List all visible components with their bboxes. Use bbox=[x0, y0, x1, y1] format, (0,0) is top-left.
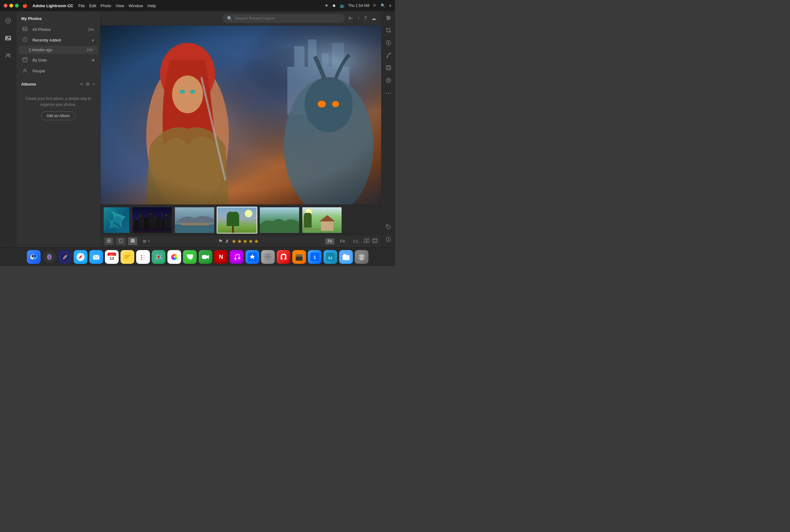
flag-button[interactable]: ⚑ bbox=[218, 238, 223, 244]
brush-icon[interactable] bbox=[385, 53, 391, 59]
tag-icon[interactable] bbox=[385, 224, 391, 231]
help-icon[interactable]: ? bbox=[364, 16, 367, 21]
frame-icon[interactable] bbox=[385, 65, 391, 72]
filmstrip-thumb-5[interactable] bbox=[259, 207, 300, 233]
search-input[interactable] bbox=[235, 16, 340, 21]
filter-icon[interactable]: ⊫ bbox=[349, 15, 353, 21]
ratio-button[interactable]: 1:1 bbox=[350, 238, 361, 245]
reject-button[interactable]: ✗ bbox=[225, 239, 229, 244]
more-icon[interactable] bbox=[385, 90, 391, 96]
adjustments-icon[interactable] bbox=[385, 15, 391, 22]
menu-help[interactable]: Help bbox=[147, 3, 156, 8]
menu-photo[interactable]: Photo bbox=[100, 3, 111, 8]
star-rating[interactable]: ★★★★★ bbox=[231, 238, 260, 245]
sidebar-item-people[interactable]: People bbox=[18, 65, 99, 76]
slideshow-icon[interactable] bbox=[373, 239, 377, 244]
dock-files-app[interactable] bbox=[339, 250, 353, 264]
dock-launchpad[interactable]: 🚀 bbox=[58, 250, 72, 264]
control-center-icon[interactable]: ≡ bbox=[389, 3, 391, 8]
dock-news[interactable]: N bbox=[214, 250, 228, 264]
menu-file[interactable]: File bbox=[78, 3, 85, 8]
info-icon[interactable] bbox=[385, 237, 391, 244]
compare-icon[interactable] bbox=[364, 239, 370, 244]
sidebar-item-by-date[interactable]: By Date ◀ bbox=[18, 55, 99, 65]
filmstrip-thumb-6[interactable] bbox=[302, 207, 342, 233]
search-bar[interactable]: 🔍 bbox=[223, 14, 345, 23]
apple-menu[interactable]: 🍎 bbox=[22, 3, 27, 8]
dock-finder[interactable] bbox=[27, 250, 41, 264]
albums-title: Albums bbox=[21, 82, 36, 87]
share-icon[interactable]: ↑ bbox=[357, 16, 360, 21]
dock-claquette[interactable] bbox=[292, 250, 306, 264]
dock-trash[interactable] bbox=[355, 250, 369, 264]
traffic-lights bbox=[4, 4, 19, 7]
dock-notes[interactable] bbox=[120, 250, 134, 264]
left-icon-bar bbox=[0, 11, 16, 247]
fit-button[interactable]: Fit bbox=[325, 238, 334, 245]
dock-sysprefs[interactable] bbox=[261, 250, 275, 264]
menu-window[interactable]: Window bbox=[129, 3, 143, 8]
dock-1password[interactable]: 1 bbox=[308, 250, 322, 264]
sidebar-item-all-photos[interactable]: All Photos 194 bbox=[18, 24, 99, 35]
circle-icon[interactable] bbox=[385, 77, 391, 84]
filmstrip-thumb-1[interactable] bbox=[103, 207, 130, 233]
menu-edit[interactable]: Edit bbox=[89, 3, 96, 8]
view-grid-button[interactable] bbox=[104, 237, 114, 245]
dock-calendar[interactable]: 13 DEC bbox=[105, 250, 119, 264]
svg-point-7 bbox=[8, 54, 10, 56]
dock-siri[interactable] bbox=[42, 250, 56, 264]
view-detail-button[interactable] bbox=[128, 237, 137, 245]
dock-maps[interactable] bbox=[152, 250, 166, 264]
svg-point-91 bbox=[388, 79, 389, 81]
svg-point-92 bbox=[385, 93, 387, 94]
dock-music[interactable] bbox=[230, 250, 244, 264]
view-square-button[interactable] bbox=[116, 237, 126, 245]
main-photo[interactable] bbox=[100, 25, 381, 205]
search-menu-icon[interactable]: 🔍 bbox=[381, 3, 385, 8]
svg-rect-64 bbox=[107, 239, 109, 241]
photos-icon[interactable] bbox=[2, 33, 14, 44]
menubar-right: 👁 ⏺ 📺 Thu 1:54 AM 🏳 🔍 ≡ bbox=[325, 3, 391, 8]
sort-button[interactable]: ▾ bbox=[140, 238, 152, 245]
albums-list-icon[interactable]: ≡ bbox=[80, 81, 83, 87]
dock-facetime[interactable] bbox=[199, 250, 212, 264]
dock-messages[interactable] bbox=[183, 250, 197, 264]
fullscreen-button[interactable] bbox=[15, 4, 19, 7]
dock-lightroom[interactable]: Lr bbox=[323, 250, 337, 264]
close-button[interactable] bbox=[4, 4, 7, 7]
dock-safari[interactable] bbox=[74, 250, 88, 264]
filmstrip-thumb-3[interactable] bbox=[174, 207, 215, 233]
svg-text:🚀: 🚀 bbox=[62, 254, 68, 260]
dock-mail[interactable] bbox=[89, 250, 103, 264]
main-photo-area bbox=[100, 25, 381, 205]
filmstrip-thumb-4[interactable] bbox=[217, 207, 257, 233]
filmstrip-thumb-2[interactable] bbox=[132, 207, 172, 233]
add-icon[interactable] bbox=[2, 15, 14, 26]
svg-point-56 bbox=[245, 210, 252, 217]
albums-grid-icon[interactable]: ⊞ bbox=[86, 81, 90, 87]
dock-photos[interactable] bbox=[167, 250, 181, 264]
minimize-button[interactable] bbox=[10, 4, 13, 7]
dock-magnet[interactable] bbox=[277, 250, 290, 264]
cloud-icon[interactable]: ☁ bbox=[371, 15, 376, 21]
albums-add-icon[interactable]: + bbox=[93, 81, 95, 87]
sort-chevron: ▾ bbox=[148, 239, 150, 243]
svg-point-130 bbox=[141, 259, 142, 260]
crop-icon[interactable] bbox=[385, 27, 391, 34]
screentime-icon: 👁 bbox=[325, 3, 328, 8]
menu-view[interactable]: View bbox=[115, 3, 124, 8]
dock-reminders[interactable] bbox=[136, 250, 150, 264]
fill-button[interactable]: Fill bbox=[338, 238, 347, 245]
heal-icon[interactable] bbox=[385, 40, 391, 47]
svg-point-5 bbox=[6, 37, 7, 38]
sidebar-item-recently-added[interactable]: Recently Added ▾ bbox=[18, 35, 99, 45]
view-controls: ▾ bbox=[104, 237, 152, 245]
dock-appstore[interactable] bbox=[245, 250, 259, 264]
albums-section: Albums ≡ ⊞ + bbox=[16, 76, 100, 90]
filmstrip bbox=[100, 205, 381, 235]
add-album-button[interactable]: Add an Album bbox=[41, 112, 75, 120]
albums-controls: ≡ ⊞ + bbox=[80, 81, 95, 87]
recently-added-sub-item[interactable]: 2 minutes ago 194 bbox=[19, 46, 98, 54]
people-icon[interactable] bbox=[2, 50, 14, 61]
menubar-items: File Edit Photo View Window Help bbox=[78, 3, 156, 8]
